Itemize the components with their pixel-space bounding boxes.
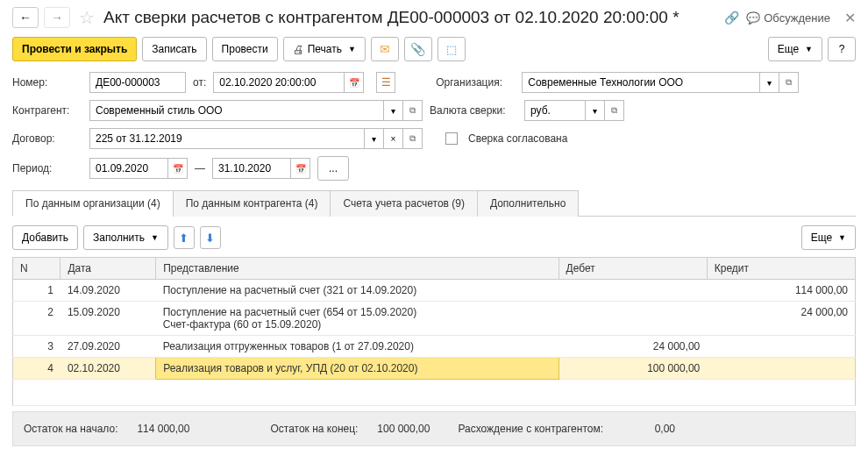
totals-bar: Остаток на начало: 114 000,00 Остаток на… bbox=[12, 411, 856, 446]
org-dropdown-button[interactable]: ▾ bbox=[760, 72, 779, 93]
print-button[interactable]: 🖨 Печать ▼ bbox=[283, 37, 366, 61]
table-row[interactable]: 4 02.10.2020 Реализация товаров и услуг,… bbox=[13, 358, 856, 380]
counterparty-dropdown-button[interactable]: ▾ bbox=[384, 100, 403, 121]
col-rep[interactable]: Представление bbox=[156, 258, 559, 280]
link-icon[interactable]: 🔗 bbox=[724, 11, 739, 25]
end-balance-value: 100 000,00 bbox=[363, 421, 433, 437]
agreed-checkbox[interactable] bbox=[445, 132, 458, 145]
agreed-label: Сверка согласована bbox=[468, 132, 567, 145]
period-label: Период: bbox=[12, 162, 82, 174]
period-from-field[interactable] bbox=[89, 158, 168, 179]
number-label: Номер: bbox=[12, 76, 82, 89]
currency-field[interactable] bbox=[524, 100, 586, 121]
open-icon: ⧉ bbox=[611, 105, 617, 116]
attach-button[interactable]: 📎 bbox=[404, 37, 432, 61]
calendar-icon: 📅 bbox=[349, 78, 359, 88]
chevron-down-icon: ▼ bbox=[151, 233, 159, 242]
table-row[interactable]: 2 15.09.2020 Поступление на расчетный сч… bbox=[13, 302, 856, 336]
counterparty-field[interactable] bbox=[89, 100, 384, 121]
tab-counterparty-data[interactable]: По данным контрагента (4) bbox=[173, 190, 331, 217]
counterparty-label: Контрагент: bbox=[12, 104, 82, 117]
number-field[interactable] bbox=[89, 72, 186, 93]
period-from-calendar-button[interactable]: 📅 bbox=[168, 158, 188, 179]
contract-clear-button[interactable]: × bbox=[384, 128, 403, 149]
col-credit[interactable]: Кредит bbox=[707, 258, 855, 280]
table-row[interactable]: 1 14.09.2020 Поступление на расчетный сч… bbox=[13, 280, 856, 302]
period-to-field[interactable] bbox=[212, 158, 291, 179]
calendar-icon: 📅 bbox=[295, 164, 306, 174]
period-to-calendar-button[interactable]: 📅 bbox=[291, 158, 310, 179]
col-date[interactable]: Дата bbox=[60, 258, 156, 280]
contract-field[interactable] bbox=[89, 128, 365, 149]
discuss-button[interactable]: 💬 Обсуждение bbox=[746, 11, 830, 25]
from-label: от: bbox=[193, 76, 206, 89]
period-separator: — bbox=[195, 162, 205, 174]
org-field[interactable] bbox=[522, 72, 760, 93]
contract-dropdown-button[interactable]: ▾ bbox=[365, 128, 384, 149]
calendar-icon: 📅 bbox=[173, 164, 183, 174]
period-choose-button[interactable]: ... bbox=[317, 156, 349, 181]
printer-icon: 🖨 bbox=[293, 43, 304, 56]
date-calendar-button[interactable]: 📅 bbox=[345, 72, 364, 93]
structure-icon: ⬚ bbox=[446, 43, 457, 56]
currency-label: Валюта сверки: bbox=[430, 104, 517, 117]
post-and-close-button[interactable]: Провести и закрыть bbox=[12, 37, 137, 61]
list-button[interactable]: ☰ bbox=[376, 72, 395, 93]
col-debit[interactable]: Дебет bbox=[559, 258, 707, 280]
envelope-icon: ✉ bbox=[380, 42, 390, 56]
chevron-down-icon: ▼ bbox=[805, 45, 813, 53]
contract-label: Договор: bbox=[12, 132, 82, 145]
contract-open-button[interactable]: ⧉ bbox=[403, 128, 423, 149]
date-field[interactable] bbox=[213, 72, 345, 93]
tab-additional[interactable]: Дополнительно bbox=[477, 190, 579, 217]
list-icon: ☰ bbox=[381, 76, 391, 89]
chevron-down-icon: ▾ bbox=[391, 106, 395, 116]
more-label: Еще bbox=[778, 43, 799, 55]
sub-more-button[interactable]: Еще ▼ bbox=[801, 225, 856, 250]
start-balance-value: 114 000,00 bbox=[123, 421, 193, 437]
fill-button[interactable]: Заполнить ▼ bbox=[83, 225, 168, 250]
help-button[interactable]: ? bbox=[828, 37, 856, 61]
paperclip-icon: 📎 bbox=[410, 42, 425, 56]
counterparty-open-button[interactable]: ⧉ bbox=[403, 100, 423, 121]
currency-dropdown-button[interactable]: ▾ bbox=[586, 100, 605, 121]
open-icon: ⧉ bbox=[786, 77, 792, 88]
chevron-down-icon: ▾ bbox=[767, 78, 772, 88]
reconciliation-table: N Дата Представление Дебет Кредит 1 14.0… bbox=[12, 257, 856, 406]
table-empty-area bbox=[13, 380, 856, 406]
add-button[interactable]: Добавить bbox=[12, 225, 78, 250]
end-balance-label: Остаток на конец: bbox=[270, 423, 358, 435]
more-button[interactable]: Еще ▼ bbox=[768, 37, 822, 61]
write-button[interactable]: Записать bbox=[142, 37, 206, 61]
nav-forward-button[interactable]: → bbox=[44, 7, 70, 28]
move-down-button[interactable]: ⬇ bbox=[200, 226, 221, 249]
start-balance-label: Остаток на начало: bbox=[24, 423, 117, 435]
currency-open-button[interactable]: ⧉ bbox=[605, 100, 624, 121]
close-icon[interactable]: ✕ bbox=[844, 10, 856, 26]
related-docs-button[interactable]: ⬚ bbox=[438, 37, 466, 61]
diff-label: Расхождение с контрагентом: bbox=[458, 423, 603, 435]
diff-value: 0,00 bbox=[608, 421, 679, 437]
chat-icon: 💬 bbox=[746, 11, 760, 25]
fill-label: Заполнить bbox=[93, 231, 145, 244]
org-open-button[interactable]: ⧉ bbox=[779, 72, 799, 93]
page-title: Акт сверки расчетов с контрагентом ДЕ00-… bbox=[103, 8, 679, 27]
nav-back-button[interactable]: ← bbox=[12, 7, 39, 28]
table-row[interactable]: 3 27.09.2020 Реализация отгруженных това… bbox=[13, 336, 856, 358]
open-icon: ⧉ bbox=[409, 105, 416, 116]
tab-org-data[interactable]: По данным организации (4) bbox=[12, 190, 174, 217]
clear-icon: × bbox=[391, 134, 396, 144]
sub-more-label: Еще bbox=[811, 231, 832, 244]
chevron-down-icon: ▼ bbox=[838, 233, 846, 242]
tab-accounts[interactable]: Счета учета расчетов (9) bbox=[330, 190, 477, 217]
open-icon: ⧉ bbox=[409, 133, 416, 144]
col-n[interactable]: N bbox=[13, 258, 60, 280]
favorite-star-icon[interactable]: ☆ bbox=[79, 7, 95, 28]
discuss-label: Обсуждение bbox=[764, 11, 830, 25]
email-button[interactable]: ✉ bbox=[371, 37, 399, 61]
org-label: Организация: bbox=[436, 76, 515, 89]
post-button[interactable]: Провести bbox=[212, 37, 278, 61]
chevron-down-icon: ▾ bbox=[593, 106, 597, 116]
move-up-button[interactable]: ⬆ bbox=[174, 226, 195, 249]
chevron-down-icon: ▾ bbox=[372, 134, 376, 144]
